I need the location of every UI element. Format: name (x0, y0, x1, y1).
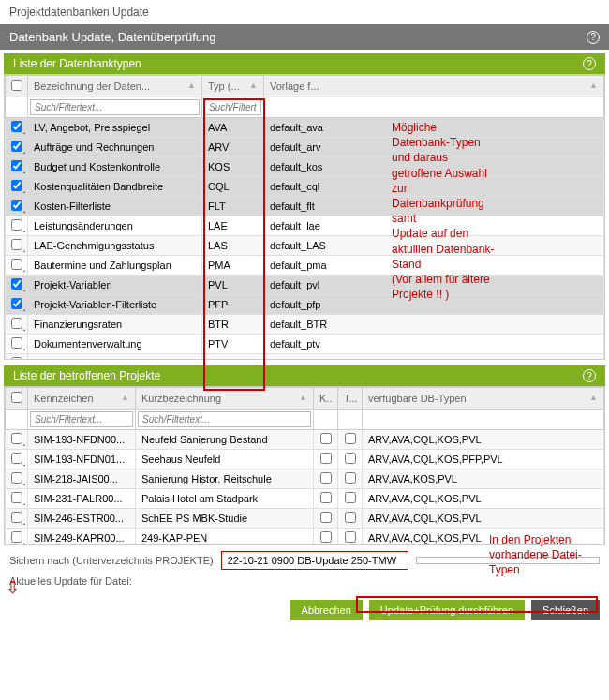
help-icon[interactable]: ? (583, 57, 596, 70)
row-checkbox[interactable] (11, 531, 22, 543)
table-row[interactable]: DokumentenverwaltungPTVdefault_ptv (6, 335, 604, 354)
t-checkbox[interactable] (345, 433, 356, 444)
table-row[interactable]: SIGE-Plan BauKGSGPdefault_SGP (6, 354, 604, 361)
row-checkbox[interactable] (11, 160, 22, 171)
col-k[interactable]: K.. (314, 388, 338, 410)
k-checkbox[interactable] (320, 472, 332, 484)
filter-bezeichnung[interactable] (30, 99, 200, 115)
row-checkbox[interactable] (11, 453, 22, 464)
table-row[interactable]: SIM-218-JAIS00...Sanierung Histor. Reits… (6, 469, 604, 489)
table-row[interactable]: FinanzierungsratenBTRdefault_BTR (6, 315, 604, 335)
filter-typ[interactable] (204, 99, 261, 115)
cell-kennzeichen: SIM-193-NFDN00... (28, 430, 136, 450)
header-checkbox[interactable] (6, 388, 28, 410)
help-icon[interactable]: ? (587, 31, 600, 44)
t-checkbox[interactable] (345, 472, 356, 484)
col-bezeichnung[interactable]: Bezeichnung der Daten...▲ (28, 76, 202, 97)
table-row[interactable]: LAE-GenehmigungsstatusLASdefault_LAS (6, 236, 604, 256)
col-t[interactable]: T... (338, 388, 363, 410)
run-update-button[interactable]: Update+Prüfung durchführen (369, 600, 525, 620)
cell-kennzeichen: SIM-218-JAIS00... (28, 469, 136, 489)
cell-bezeichnung: Projekt-Variablen (28, 276, 202, 295)
table-row[interactable]: SIM-193-NFDN00...Neufeld Sanierung Besta… (6, 430, 604, 450)
cell-vorlage: default_arv (264, 138, 604, 157)
row-checkbox[interactable] (11, 121, 22, 132)
row-checkbox[interactable] (11, 141, 22, 152)
k-checkbox[interactable] (320, 531, 332, 543)
row-checkbox[interactable] (11, 180, 22, 191)
col-dbtypen[interactable]: verfügbare DB-Typen▲ (363, 388, 604, 410)
row-checkbox[interactable] (11, 259, 22, 270)
k-checkbox[interactable] (320, 512, 332, 523)
row-checkbox[interactable] (11, 278, 22, 290)
save-path-row: Sichern nach (Unterverzeichnis PROJEKTE) (0, 545, 609, 575)
row-checkbox[interactable] (11, 298, 22, 309)
cancel-button[interactable]: Abbrechen (290, 600, 363, 620)
table-row[interactable]: SIM-249-KAPR00...249-KAP-PENARV,AVA,CQL,… (6, 529, 604, 546)
cell-kurzbez: Seehaus Neufeld (136, 450, 314, 469)
table-row[interactable]: Kostenqualitäten BandbreiteCQLdefault_cq… (6, 177, 604, 197)
save-label: Sichern nach (Unterverzeichnis PROJEKTE) (9, 555, 214, 566)
cell-bezeichnung: Kostenqualitäten Bandbreite (28, 177, 202, 197)
cell-bezeichnung: Leistungsänderungen (28, 216, 202, 236)
table-row[interactable]: Projekt-VariablenPVLdefault_pvl (6, 276, 604, 295)
table-row[interactable]: LeistungsänderungenLAEdefault_lae (6, 216, 604, 236)
row-checkbox[interactable] (11, 318, 22, 329)
row-checkbox[interactable] (11, 200, 22, 211)
row-checkbox[interactable] (11, 219, 22, 231)
table-row[interactable]: Bautermine und ZahlungsplanPMAdefault_pm… (6, 256, 604, 276)
k-checkbox[interactable] (320, 453, 332, 464)
table-row[interactable]: Budget und KostenkontrolleKOSdefault_kos (6, 157, 604, 177)
t-checkbox[interactable] (345, 531, 356, 543)
cell-kennzeichen: SIM-231-PALR00... (28, 489, 136, 509)
section1-label: Liste der Datenbanktypen (13, 57, 141, 70)
row-checkbox[interactable] (11, 472, 22, 484)
help-icon[interactable]: ? (583, 369, 596, 382)
save-path-input[interactable] (221, 551, 408, 570)
table-row[interactable]: LV, Angebot, PreisspiegelAVAdefault_ava (6, 118, 604, 138)
t-checkbox[interactable] (345, 512, 356, 523)
save-path-extend[interactable] (416, 557, 600, 564)
cell-typ: PTV (202, 335, 264, 354)
col-kennzeichen[interactable]: Kennzeichen▲ (28, 388, 136, 410)
filter-kurzbez[interactable] (138, 411, 311, 427)
cell-bezeichnung: Budget und Kostenkontrolle (28, 157, 202, 177)
row-checkbox[interactable] (11, 492, 22, 503)
cell-bezeichnung: Bautermine und Zahlungsplan (28, 256, 202, 276)
table-row[interactable]: SIM-193-NFDN01...Seehaus NeufeldARV,AVA,… (6, 450, 604, 469)
table-row[interactable]: Projekt-Variablen-FilterlistePFPdefault_… (6, 295, 604, 315)
current-file-row: Aktuelles Update für Datei: (0, 575, 609, 592)
row-checkbox[interactable] (11, 512, 22, 523)
cell-vorlage: default_pvl (264, 276, 604, 295)
col-vorlage[interactable]: Vorlage f...▲ (264, 76, 604, 97)
k-checkbox[interactable] (320, 433, 332, 444)
row-checkbox[interactable] (11, 433, 22, 444)
cell-typ: LAE (202, 216, 264, 236)
close-button[interactable]: Schließen (531, 600, 600, 620)
col-kurzbez[interactable]: Kurzbezeichnung▲ (136, 388, 314, 410)
cell-vorlage: default_ava (264, 118, 604, 138)
section-db-types: Liste der Datenbanktypen ? (4, 53, 605, 74)
cell-vorlage: default_cql (264, 177, 604, 197)
current-label: Aktuelles Update für Datei: (9, 575, 132, 587)
table-row[interactable]: SIM-231-PALR00...Palais Hotel am Stadpar… (6, 489, 604, 509)
table-row[interactable]: SIM-246-ESTR00...SchEE PS MBK-StudieARV,… (6, 509, 604, 529)
cell-kurzbez: Neufeld Sanierung Bestand (136, 430, 314, 450)
cell-vorlage: default_pfp (264, 295, 604, 315)
cell-dbtypen: ARV,AVA,CQL,KOS,PVL (363, 509, 604, 529)
t-checkbox[interactable] (345, 492, 356, 503)
table-row[interactable]: Kosten-FilterlisteFLTdefault_flt (6, 197, 604, 216)
table-row[interactable]: Aufträge und RechnungenARVdefault_arv (6, 138, 604, 157)
row-checkbox[interactable] (11, 337, 22, 349)
filter-kennzeichen[interactable] (30, 411, 133, 427)
row-checkbox[interactable] (11, 357, 22, 360)
cell-typ: FLT (202, 197, 264, 216)
cell-vorlage: default_SGP (264, 354, 604, 361)
header-checkbox[interactable] (6, 76, 28, 97)
t-checkbox[interactable] (345, 453, 356, 464)
col-typ[interactable]: Typ (...▲ (202, 76, 264, 97)
k-checkbox[interactable] (320, 492, 332, 503)
cell-dbtypen: ARV,AVA,CQL,KOS,PVL (363, 489, 604, 509)
db-types-table-wrap: Bezeichnung der Daten...▲ Typ (...▲ Vorl… (4, 74, 605, 360)
row-checkbox[interactable] (11, 239, 22, 250)
